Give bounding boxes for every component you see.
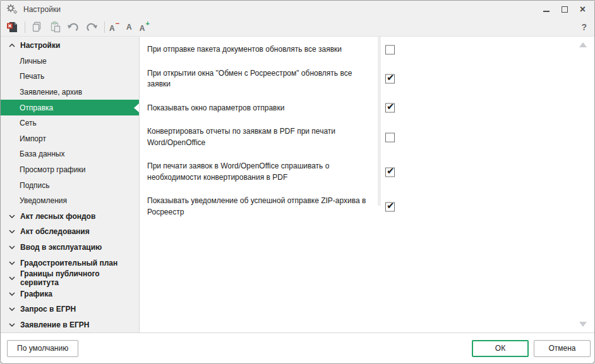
- minimize-button[interactable]: [537, 2, 555, 16]
- setting-row: При открытии окна "Обмен с Росреестром" …: [147, 68, 501, 90]
- titlebar: Настройки ×: [1, 1, 594, 18]
- setting-label: При печати заявок в Word/OpenOffice спра…: [147, 161, 373, 183]
- setting-row: Конвертировать отчеты по заявкам в PDF п…: [147, 126, 501, 148]
- sidebar-group-nastroyki[interactable]: Настройки: [1, 38, 139, 54]
- checkbox-update-all-on-open-exchange[interactable]: ✔: [385, 74, 395, 84]
- sidebar-group-zayavlenie-v-egrn[interactable]: Заявление в ЕГРН: [1, 317, 139, 333]
- font-decrease-button[interactable]: A−: [109, 21, 119, 33]
- sidebar: Настройки Личные Печать Заявление, архив…: [1, 37, 140, 332]
- default-button[interactable]: По умолчанию: [7, 340, 78, 357]
- chevron-down-icon: [9, 292, 15, 296]
- ok-button[interactable]: ОК: [472, 340, 529, 357]
- close-button[interactable]: ×: [574, 2, 592, 16]
- sidebar-group-zapros-v-egrn[interactable]: Запрос в ЕГРН: [1, 302, 139, 317]
- chevron-down-icon: [9, 245, 15, 249]
- chevron-down-icon: [9, 230, 15, 233]
- setting-row: При печати заявок в Word/OpenOffice спра…: [147, 161, 501, 183]
- body: Настройки Личные Печать Заявление, архив…: [1, 37, 594, 332]
- maximize-icon: [562, 6, 568, 13]
- minus-icon: −: [116, 20, 119, 27]
- sidebar-group-grafika[interactable]: Графика: [1, 286, 139, 302]
- checkbox-convert-reports-pdf[interactable]: ✔: [385, 132, 395, 142]
- redo-button[interactable]: [85, 20, 99, 34]
- undo-button[interactable]: [66, 20, 80, 34]
- scroll-down-icon[interactable]: [579, 322, 587, 327]
- chevron-up-icon: [9, 44, 15, 47]
- setting-label: При отправке пакета документов обновлять…: [147, 44, 373, 56]
- toolbar-separator: [25, 21, 25, 33]
- setting-label: Показывать уведомление об успешной отпра…: [147, 196, 373, 218]
- toolbar: A− A A+ ?: [1, 18, 594, 37]
- scroll-up-icon[interactable]: [579, 42, 587, 47]
- sidebar-group-gradostroitelnyj-plan[interactable]: Градостроительный план: [1, 255, 139, 271]
- sidebar-item-lichnye[interactable]: Личные: [1, 54, 139, 69]
- check-icon: ✔: [387, 102, 395, 112]
- maximize-button[interactable]: [555, 2, 574, 16]
- minimize-icon: [543, 11, 550, 12]
- checkbox-update-all-on-send[interactable]: ✔: [385, 45, 395, 54]
- checkbox-zip-success-notification[interactable]: ✔: [385, 202, 395, 211]
- sidebar-item-baza-dannyh[interactable]: База данных: [1, 146, 139, 162]
- checkbox-show-send-params[interactable]: ✔: [385, 103, 395, 113]
- sidebar-group-akt-lesnyh-fondov[interactable]: Акт лесных фондов: [1, 209, 139, 225]
- footer: По умолчанию ОК Отмена: [1, 332, 594, 363]
- chevron-down-icon: [9, 276, 15, 280]
- check-icon: ✔: [387, 200, 395, 211]
- sidebar-item-podpis[interactable]: Подпись: [1, 177, 139, 193]
- font-normal-button[interactable]: A: [126, 23, 132, 32]
- sidebar-item-pechat[interactable]: Печать: [1, 69, 139, 85]
- sidebar-item-zayavlenie-arhiv[interactable]: Заявление, архив: [1, 85, 139, 100]
- sidebar-group-akt-obsledovaniya[interactable]: Акт обследования: [1, 224, 139, 240]
- font-increase-button[interactable]: A+: [140, 21, 149, 33]
- gear-icon: [6, 4, 18, 15]
- cancel-button[interactable]: Отмена: [534, 340, 591, 357]
- sidebar-group-granicy-publichnogo-servituta[interactable]: Границы публичного сервитута: [1, 271, 139, 286]
- window-title: Настройки: [23, 5, 537, 14]
- setting-label: При открытии окна "Обмен с Росреестром" …: [147, 68, 373, 90]
- sidebar-item-import[interactable]: Импорт: [1, 131, 139, 147]
- selection-notch: [134, 103, 139, 112]
- sidebar-item-label: Настройки: [20, 41, 60, 50]
- plus-icon: +: [145, 20, 149, 27]
- setting-label: Показывать окно параметров отправки: [147, 103, 373, 114]
- setting-row: При отправке пакета документов обновлять…: [147, 44, 501, 56]
- chevron-down-icon: [9, 261, 15, 265]
- setting-row: Показывать окно параметров отправки ✔: [147, 103, 501, 114]
- toolbar-separator: [104, 21, 105, 33]
- help-button[interactable]: ?: [581, 22, 587, 32]
- checkbox-ask-pdf-conversion[interactable]: ✔: [385, 167, 395, 177]
- setting-label: Конвертировать отчеты по заявкам в PDF п…: [147, 126, 373, 148]
- settings-window: Настройки ×: [0, 0, 595, 364]
- chevron-down-icon: [9, 307, 15, 311]
- copy-icon: [31, 21, 42, 33]
- copy-button[interactable]: [30, 20, 44, 34]
- sidebar-item-prosmotr-grafiki[interactable]: Просмотр графики: [1, 162, 139, 178]
- sidebar-item-set[interactable]: Сеть: [1, 115, 139, 131]
- save-and-exit-button[interactable]: [5, 20, 19, 34]
- chevron-down-icon: [9, 323, 15, 327]
- settings-panel: При отправке пакета документов обновлять…: [140, 37, 594, 332]
- sidebar-group-vvod-v-ekspluataciyu[interactable]: Ввод в эксплуатацию: [1, 240, 139, 255]
- sidebar-item-otpravka[interactable]: Отправка: [1, 100, 139, 115]
- chevron-down-icon: [9, 214, 15, 218]
- check-icon: ✔: [387, 165, 395, 176]
- paste-icon: [49, 21, 61, 33]
- redo-icon: [85, 21, 98, 32]
- app-document-icon: [6, 21, 18, 33]
- undo-icon: [67, 21, 80, 32]
- sidebar-item-uvedomleniya[interactable]: Уведомления: [1, 193, 139, 209]
- check-icon: ✔: [387, 73, 395, 83]
- paste-button[interactable]: [48, 20, 62, 34]
- setting-row: Показывать уведомление об успешной отпра…: [147, 196, 501, 218]
- close-icon: ×: [580, 5, 586, 14]
